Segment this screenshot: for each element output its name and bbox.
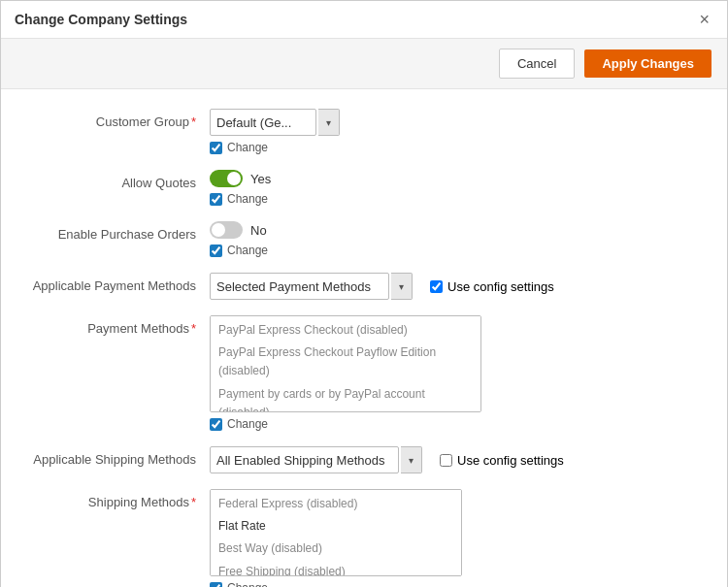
list-item: Flat Rate xyxy=(211,515,461,538)
applicable-shipping-methods-row: Applicable Shipping Methods All Enabled … xyxy=(30,446,698,473)
payment-methods-change-label: Change xyxy=(227,417,268,431)
applicable-payment-methods-row: Applicable Payment Methods Selected Paym… xyxy=(30,273,698,300)
allow-quotes-toggle-wrap: Yes xyxy=(210,170,698,187)
list-item: PayPal Express Checkout (disabled) xyxy=(211,319,480,342)
enable-purchase-orders-toggle-label: No xyxy=(250,223,267,238)
shipping-methods-change-checkbox[interactable] xyxy=(210,582,222,588)
applicable-shipping-methods-controls: All Enabled Shipping Methods ▾ Use confi… xyxy=(210,446,698,473)
customer-group-change-checkbox-row: Change xyxy=(210,141,698,154)
applicable-payment-use-config-label: Use config settings xyxy=(447,279,554,294)
applicable-shipping-methods-dropdown-arrow[interactable]: ▾ xyxy=(401,446,422,473)
customer-group-row: Customer Group* Default (Ge... ▾ Change xyxy=(30,109,698,154)
applicable-payment-methods-controls: Selected Payment Methods ▾ Use config se… xyxy=(210,273,698,300)
list-item: PayPal Express Checkout Payflow Edition … xyxy=(211,342,480,382)
applicable-payment-methods-select-wrap: Selected Payment Methods ▾ xyxy=(210,273,413,300)
apply-changes-button[interactable]: Apply Changes xyxy=(584,49,711,78)
applicable-payment-methods-dropdown-arrow[interactable]: ▾ xyxy=(391,273,413,300)
payment-methods-label: Payment Methods* xyxy=(30,315,210,336)
payment-methods-listbox[interactable]: PayPal Express Checkout (disabled) PayPa… xyxy=(210,315,481,412)
applicable-shipping-use-config-checkbox[interactable] xyxy=(440,454,452,467)
applicable-payment-use-config-checkbox[interactable] xyxy=(430,280,443,293)
allow-quotes-row: Allow Quotes Yes Change xyxy=(30,170,698,206)
applicable-shipping-use-config-label: Use config settings xyxy=(457,453,564,468)
allow-quotes-change-label: Change xyxy=(227,192,268,206)
modal-title: Change Company Settings xyxy=(15,12,187,27)
payment-methods-change-checkbox-row: Change xyxy=(210,417,698,431)
enable-purchase-orders-change-label: Change xyxy=(227,244,268,257)
enable-purchase-orders-controls: No Change xyxy=(210,221,698,257)
payment-methods-change-checkbox[interactable] xyxy=(210,418,222,431)
list-item: Federal Express (disabled) xyxy=(211,493,461,515)
customer-group-select-wrap: Default (Ge... ▾ xyxy=(210,109,698,136)
enable-purchase-orders-change-checkbox-row: Change xyxy=(210,244,698,257)
list-item: Best Way (disabled) xyxy=(211,538,461,560)
allow-quotes-change-checkbox[interactable] xyxy=(210,193,222,206)
customer-group-change-checkbox[interactable] xyxy=(210,142,222,154)
enable-purchase-orders-toggle[interactable] xyxy=(210,221,243,239)
customer-group-change-label: Change xyxy=(227,141,268,154)
shipping-methods-change-label: Change xyxy=(227,581,268,587)
change-company-settings-modal: Change Company Settings × Cancel Apply C… xyxy=(0,0,728,587)
allow-quotes-change-checkbox-row: Change xyxy=(210,192,698,206)
allow-quotes-toggle[interactable] xyxy=(210,170,243,187)
payment-methods-row: Payment Methods* PayPal Express Checkout… xyxy=(30,315,698,431)
enable-purchase-orders-label: Enable Purchase Orders xyxy=(30,221,210,242)
modal-toolbar: Cancel Apply Changes xyxy=(1,39,727,89)
list-item: Free Shipping (disabled) xyxy=(211,561,461,576)
allow-quotes-label: Allow Quotes xyxy=(30,170,210,190)
applicable-shipping-use-config-wrap: Use config settings xyxy=(440,453,564,468)
applicable-shipping-methods-select-wrap: All Enabled Shipping Methods ▾ xyxy=(210,446,422,473)
applicable-payment-methods-label: Applicable Payment Methods xyxy=(30,273,210,293)
shipping-methods-controls: Federal Express (disabled) Flat Rate Bes… xyxy=(210,489,698,587)
shipping-methods-listbox[interactable]: Federal Express (disabled) Flat Rate Bes… xyxy=(210,489,462,576)
shipping-methods-change-checkbox-row: Change xyxy=(210,581,698,587)
applicable-payment-use-config-wrap: Use config settings xyxy=(430,279,554,294)
customer-group-select[interactable]: Default (Ge... xyxy=(210,109,316,136)
customer-group-dropdown-arrow[interactable]: ▾ xyxy=(318,109,340,136)
shipping-methods-label: Shipping Methods* xyxy=(30,489,210,509)
shipping-methods-row: Shipping Methods* Federal Express (disab… xyxy=(30,489,698,587)
allow-quotes-toggle-label: Yes xyxy=(250,172,271,186)
applicable-payment-methods-select[interactable]: Selected Payment Methods xyxy=(210,273,389,300)
payment-methods-controls: PayPal Express Checkout (disabled) PayPa… xyxy=(210,315,698,431)
modal-body: Customer Group* Default (Ge... ▾ Change … xyxy=(1,89,727,587)
close-button[interactable]: × xyxy=(695,9,713,30)
modal-header: Change Company Settings × xyxy=(1,1,727,39)
applicable-shipping-methods-label: Applicable Shipping Methods xyxy=(30,446,210,467)
allow-quotes-controls: Yes Change xyxy=(210,170,698,206)
cancel-button[interactable]: Cancel xyxy=(499,49,575,79)
enable-purchase-orders-toggle-wrap: No xyxy=(210,221,698,239)
customer-group-label: Customer Group* xyxy=(30,109,210,129)
applicable-shipping-methods-select[interactable]: All Enabled Shipping Methods xyxy=(210,446,399,473)
enable-purchase-orders-change-checkbox[interactable] xyxy=(210,245,222,257)
list-item: Payment by cards or by PayPal account (d… xyxy=(211,383,480,412)
enable-purchase-orders-row: Enable Purchase Orders No Change xyxy=(30,221,698,257)
customer-group-controls: Default (Ge... ▾ Change xyxy=(210,109,698,154)
